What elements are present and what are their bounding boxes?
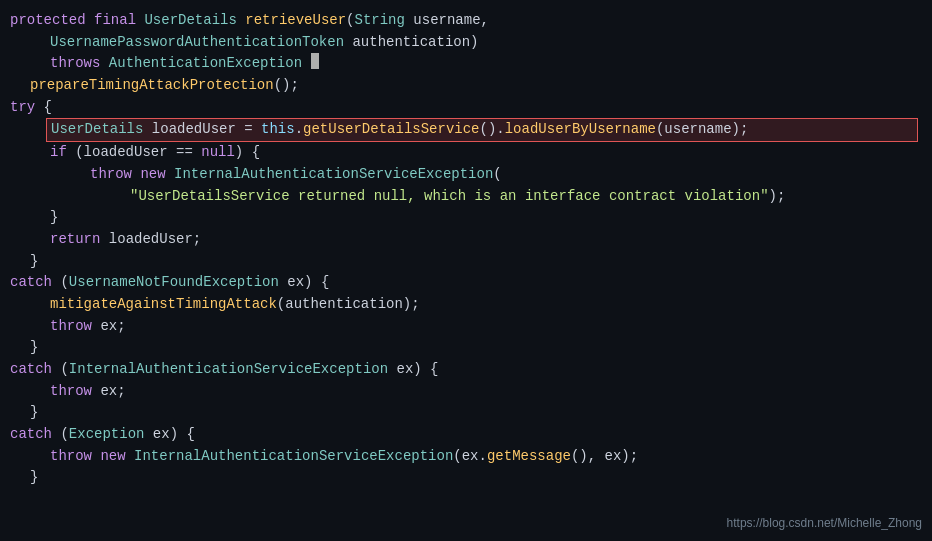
code-token: UsernameNotFoundException [69, 272, 279, 294]
code-token: } [30, 402, 38, 424]
code-token: loadUserByUsername [505, 121, 656, 137]
code-container: protected final UserDetails retrieveUser… [0, 0, 932, 541]
code-token: ( [52, 359, 69, 381]
code-token [132, 164, 140, 186]
code-token [136, 10, 144, 32]
code-token: String [355, 10, 405, 32]
code-token: ex) { [388, 359, 438, 381]
code-line: UsernamePasswordAuthenticationToken auth… [10, 32, 922, 54]
code-line: protected final UserDetails retrieveUser… [10, 10, 922, 32]
code-token: (authentication); [277, 294, 420, 316]
code-token: ex) { [144, 424, 194, 446]
code-token: this [261, 121, 295, 137]
code-token: } [30, 337, 38, 359]
code-line: } [10, 207, 922, 229]
code-token: . [295, 121, 303, 137]
code-token: } [30, 251, 38, 273]
code-area: protected final UserDetails retrieveUser… [0, 10, 932, 499]
code-token: (); [274, 75, 299, 97]
code-token: contract violation" [601, 186, 769, 208]
text-cursor [311, 53, 319, 69]
code-line: if (loadedUser == null) { [10, 142, 922, 164]
code-token: catch [10, 272, 52, 294]
code-line: } [10, 467, 922, 489]
code-line: catch (Exception ex) { [10, 424, 922, 446]
code-token: interface [525, 186, 601, 208]
code-token: (). [480, 121, 505, 137]
code-line: try { [10, 97, 922, 119]
code-token: null [201, 142, 235, 164]
code-line: catch (InternalAuthenticationServiceExce… [10, 359, 922, 381]
code-token: mitigateAgainstTimingAttack [50, 294, 277, 316]
code-token: { [35, 97, 52, 119]
code-token: protected [10, 10, 86, 32]
code-token: ex) { [279, 272, 329, 294]
code-token: throw [50, 381, 92, 403]
code-token: Exception [69, 424, 145, 446]
code-token: try [10, 97, 35, 119]
code-token: new [140, 164, 165, 186]
code-token: ex; [92, 316, 126, 338]
code-token [302, 53, 310, 75]
code-token: loadedUser = [143, 121, 261, 137]
code-token [166, 164, 174, 186]
code-token [237, 10, 245, 32]
code-line: throw new InternalAuthenticationServiceE… [10, 446, 922, 468]
code-token: ( [493, 164, 501, 186]
code-token: (), ex); [571, 446, 638, 468]
code-token [100, 53, 108, 75]
code-token: InternalAuthenticationServiceException [174, 164, 493, 186]
code-line: UserDetails loadedUser = this.getUserDet… [10, 118, 922, 142]
code-token: authentication) [344, 32, 478, 54]
code-token: catch [10, 424, 52, 446]
code-token: UserDetails [51, 121, 143, 137]
code-token [86, 10, 94, 32]
highlighted-code: UserDetails loadedUser = this.getUserDet… [46, 118, 918, 142]
code-token [126, 446, 134, 468]
code-token: prepareTimingAttackProtection [30, 75, 274, 97]
code-token: catch [10, 359, 52, 381]
code-token: } [50, 207, 58, 229]
code-token: InternalAuthenticationServiceException [69, 359, 388, 381]
code-token: getMessage [487, 446, 571, 468]
code-token: throw [50, 446, 92, 468]
code-token: } [30, 467, 38, 489]
code-line: } [10, 337, 922, 359]
code-line: return loadedUser; [10, 229, 922, 251]
code-token: (username); [656, 121, 748, 137]
code-line: throw ex; [10, 316, 922, 338]
code-token: InternalAuthenticationServiceException [134, 446, 453, 468]
code-token: username, [405, 10, 489, 32]
code-token: new [100, 446, 125, 468]
watermark: https://blog.csdn.net/Michelle_Zhong [727, 514, 922, 533]
code-line: } [10, 402, 922, 424]
code-token: throw [50, 316, 92, 338]
code-token: (ex. [453, 446, 487, 468]
code-token: ( [346, 10, 354, 32]
code-token: (loadedUser == [67, 142, 201, 164]
code-token: "UserDetailsService returned null, which… [130, 186, 525, 208]
code-line: throw new InternalAuthenticationServiceE… [10, 164, 922, 186]
code-line: catch (UsernameNotFoundException ex) { [10, 272, 922, 294]
code-token: loadedUser; [100, 229, 201, 251]
code-token: throw [90, 164, 132, 186]
code-line: throws AuthenticationException [10, 53, 922, 75]
code-token: final [94, 10, 136, 32]
code-token: throws [50, 53, 100, 75]
code-token: retrieveUser [245, 10, 346, 32]
code-token: UserDetails [144, 10, 236, 32]
code-token: return [50, 229, 100, 251]
code-token: UsernamePasswordAuthenticationToken [50, 32, 344, 54]
code-token: ) { [235, 142, 260, 164]
code-token: getUserDetailsService [303, 121, 479, 137]
code-token: ( [52, 424, 69, 446]
code-token: ex; [92, 381, 126, 403]
code-line: throw ex; [10, 381, 922, 403]
code-token [92, 446, 100, 468]
code-token: if [50, 142, 67, 164]
code-token: ); [769, 186, 786, 208]
code-line: "UserDetailsService returned null, which… [10, 186, 922, 208]
code-line: } [10, 251, 922, 273]
code-line: mitigateAgainstTimingAttack(authenticati… [10, 294, 922, 316]
code-line: prepareTimingAttackProtection(); [10, 75, 922, 97]
